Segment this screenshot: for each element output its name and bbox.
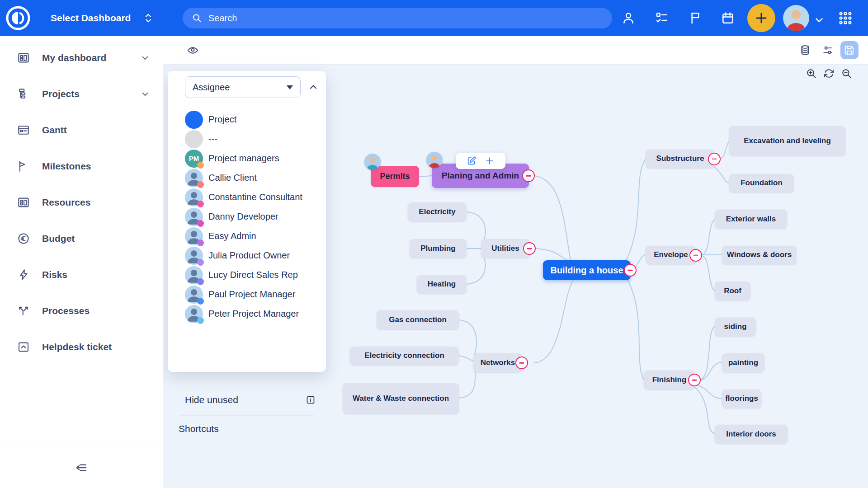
tasks-icon[interactable] <box>653 9 671 27</box>
assignee-option[interactable]: Constantine Consultant <box>185 188 316 207</box>
node-label: Networks <box>481 357 515 369</box>
mindmap-node-excavation[interactable]: Excavation and leveling <box>729 126 845 156</box>
collapse-node-button[interactable] <box>522 169 535 182</box>
collapse-node-button[interactable] <box>689 249 702 262</box>
assignee-option[interactable]: --- <box>185 129 316 149</box>
apps-grid-icon[interactable] <box>836 9 854 27</box>
mindmap-node-electricity[interactable]: Electricity <box>408 202 467 221</box>
sidebar-item-resources[interactable]: Resources <box>0 184 163 221</box>
mindmap-node-envelope[interactable]: Envelope <box>646 246 696 264</box>
mindmap-node-floorings[interactable]: floorings <box>722 389 761 408</box>
node-label: Water & Waste connection <box>353 393 449 404</box>
mindmap-node-siding[interactable]: siding <box>715 318 756 336</box>
add-node-icon[interactable] <box>485 156 495 166</box>
status-dot <box>197 239 204 246</box>
shortcuts-link[interactable]: Shortcuts <box>179 423 219 434</box>
quick-add-button[interactable] <box>747 4 775 32</box>
panel-collapse-button[interactable] <box>308 82 319 93</box>
mindmap-node-gas[interactable]: Gas connection <box>377 310 459 329</box>
color-swatch <box>185 111 203 129</box>
assignee-option[interactable]: Easy Admin <box>185 226 316 246</box>
sidebar-nav: My dashboard Projects Gantt Milestones R… <box>0 40 163 365</box>
calendar-icon[interactable] <box>719 9 737 27</box>
node-label: Permits <box>380 170 410 182</box>
global-search[interactable] <box>183 8 612 28</box>
dashboard-selector[interactable]: Select Dashboard <box>51 0 154 36</box>
user-avatar[interactable] <box>783 5 809 31</box>
mindmap-node-permits[interactable]: Permits <box>371 166 419 187</box>
collapse-node-button[interactable] <box>523 242 536 255</box>
sidebar-item-gantt[interactable]: Gantt <box>0 112 163 148</box>
color-swatch <box>185 130 203 148</box>
assignee-option[interactable]: Peter Project Manager <box>185 304 316 324</box>
save-button[interactable] <box>840 41 859 59</box>
mindmap-node-plumbing[interactable]: Plumbing <box>410 239 467 258</box>
assignee-option[interactable]: Callie Client <box>185 168 316 188</box>
mindmap-node-networks[interactable]: Networks <box>473 353 522 372</box>
node-label: painting <box>728 357 758 369</box>
profile-icon[interactable] <box>619 9 637 27</box>
sidebar-item-helpdesk-ticket[interactable]: Helpdesk ticket <box>0 329 163 365</box>
mindmap-node-water[interactable]: Water & Waste connection <box>343 383 459 414</box>
assignee-option[interactable]: Danny Developer <box>185 207 316 226</box>
mindmap-node-elconn[interactable]: Electricity connection <box>350 347 459 365</box>
mindmap-node-windows[interactable]: Windows & doors <box>722 246 797 264</box>
assignee-legend-list: Project---PMProject managers Callie Clie… <box>185 110 316 324</box>
mindmap-node-exterior[interactable]: Exterior walls <box>715 210 787 229</box>
avatar-chevron-down-icon[interactable] <box>810 11 828 29</box>
canvas-zoom-controls <box>806 68 852 79</box>
dashboard-selector-label: Select Dashboard <box>51 13 131 23</box>
sidebar-item-risks[interactable]: Risks <box>0 257 163 293</box>
collapse-node-button[interactable] <box>624 264 637 277</box>
collapse-node-button[interactable] <box>688 374 701 386</box>
plus-icon <box>754 11 769 25</box>
preview-eye-icon[interactable] <box>184 41 202 59</box>
refresh-icon[interactable] <box>823 68 835 79</box>
assignee-name: Julia Product Owner <box>208 250 290 261</box>
chevron-up-down-icon <box>142 12 154 24</box>
sidebar-item-label: Processes <box>42 305 150 316</box>
assignee-option[interactable]: PMProject managers <box>185 149 316 168</box>
search-input[interactable] <box>208 13 603 24</box>
zoom-out-icon[interactable] <box>841 68 852 79</box>
status-dot <box>197 317 204 324</box>
assignee-option[interactable]: Julia Product Owner <box>185 246 316 265</box>
assignee-option[interactable]: Lucy Direct Sales Rep <box>185 265 316 285</box>
risks-icon <box>17 268 30 282</box>
assignee-option[interactable]: Paul Project Manager <box>185 285 316 304</box>
node-label: Utilities <box>491 243 519 254</box>
sidebar-item-processes[interactable]: Processes <box>0 293 163 329</box>
edit-node-icon[interactable] <box>467 156 476 166</box>
app-logo-icon[interactable] <box>5 5 31 31</box>
assignee-option[interactable]: Project <box>185 110 316 129</box>
assignee-name: Easy Admin <box>208 231 256 241</box>
mindmap-node-substructure[interactable]: Substructure <box>646 150 715 168</box>
sidebar-item-projects[interactable]: Projects <box>0 76 163 112</box>
sidebar-item-label: Resources <box>42 197 150 208</box>
sidebar-item-budget[interactable]: Budget <box>0 221 163 257</box>
database-icon[interactable] <box>796 41 814 59</box>
collapse-node-button[interactable] <box>708 153 721 165</box>
mindmap-node-building[interactable]: Building a house <box>543 260 631 280</box>
sidebar-item-label: Gantt <box>42 125 150 136</box>
collapse-node-button[interactable] <box>515 357 528 369</box>
mindmap-node-painting[interactable]: painting <box>722 353 764 372</box>
projects-icon <box>17 87 30 101</box>
mindmap-node-interior[interactable]: Interior doors <box>715 425 788 444</box>
mindmap-node-heating[interactable]: Heating <box>417 275 467 294</box>
flag-icon[interactable] <box>686 9 704 27</box>
sidebar-item-milestones[interactable]: Milestones <box>0 148 163 184</box>
sidebar-item-label: Projects <box>42 89 128 99</box>
mindmap-node-finishing[interactable]: Finishing <box>644 371 695 389</box>
group-by-select[interactable]: Assignee <box>185 76 301 98</box>
sidebar-item-my-dashboard[interactable]: My dashboard <box>0 40 163 76</box>
filter-settings-icon[interactable] <box>819 41 837 59</box>
info-icon[interactable] <box>305 394 316 405</box>
sidebar-collapse-button[interactable] <box>0 447 163 488</box>
zoom-in-icon[interactable] <box>806 68 817 79</box>
mindmap-node-foundation[interactable]: Foundation <box>729 174 794 192</box>
mindmap-node-utilities[interactable]: Utilities <box>481 239 530 258</box>
avatar <box>185 169 203 187</box>
chevron-down-icon <box>140 89 150 99</box>
mindmap-node-roof[interactable]: Roof <box>715 282 750 300</box>
